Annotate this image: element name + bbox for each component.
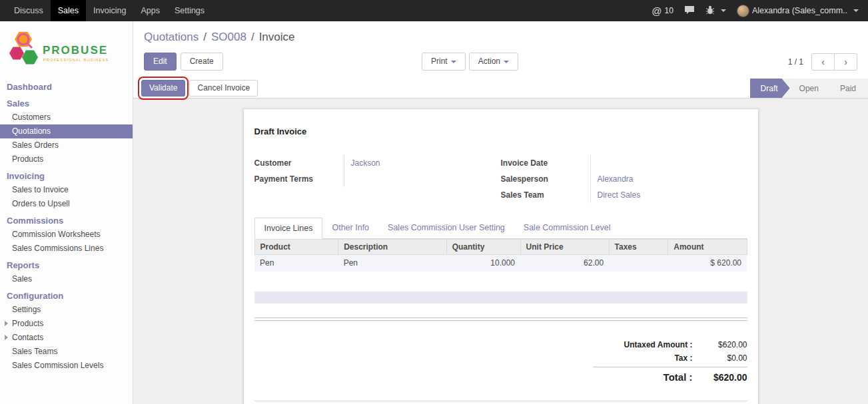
sidebar-item-config-products[interactable]: Products	[0, 317, 133, 331]
menu-invoicing[interactable]: Invoicing	[86, 0, 133, 21]
validate-button[interactable]: Validate	[141, 80, 185, 97]
breadcrumb-so008[interactable]: SO008	[211, 31, 246, 43]
sidebar-heading-dashboard[interactable]: Dashboard	[0, 77, 133, 94]
col-product[interactable]: Product	[254, 240, 338, 255]
activity-count: 10	[665, 6, 673, 15]
tab-sale-commission-level[interactable]: Sale Commission Level	[514, 218, 620, 238]
topbar: Discuss Sales Invoicing Apps Settings @ …	[0, 0, 868, 21]
status-pipeline: Draft Open Paid	[750, 79, 868, 98]
customer-value[interactable]: Jackson	[344, 155, 501, 171]
expand-caret-icon	[5, 335, 8, 340]
sidebar-item-customers[interactable]: Customers	[0, 110, 133, 124]
pager-previous-button[interactable]: ‹	[811, 53, 835, 71]
menu-sales[interactable]: Sales	[51, 0, 86, 21]
sidebar-item-sales-commissions-lines[interactable]: Sales Commissions Lines	[0, 242, 133, 256]
create-button[interactable]: Create	[181, 53, 223, 71]
tax-value: $0.00	[693, 353, 747, 363]
sidebar-heading-configuration[interactable]: Configuration	[0, 286, 133, 303]
salesperson-label: Salesperson	[501, 171, 590, 187]
cell-product[interactable]: Pen	[254, 255, 338, 272]
sidebar-item-sales-to-invoice[interactable]: Sales to Invoice	[0, 183, 133, 197]
sales-team-value[interactable]: Direct Sales	[590, 187, 747, 203]
content-area: Draft Invoice Customer Jackson Payment T…	[133, 99, 868, 404]
sidebar-item-sales-commission-levels[interactable]: Sales Commission Levels	[0, 359, 133, 373]
tax-label: Tax :	[674, 353, 692, 363]
logo-subtext: PROFESSIONAL BUSINESS	[43, 58, 109, 62]
action-label: Action	[478, 57, 500, 66]
table-row[interactable]: Pen Pen 10.000 62.00 $ 620.00	[254, 255, 747, 272]
sidebar-heading-invoicing[interactable]: Invoicing	[0, 166, 133, 183]
section-separator	[254, 317, 747, 321]
sidebar-item-quotations[interactable]: Quotations	[0, 124, 133, 138]
control-buttons-row: Edit Create Print Action 1 / 1 ‹ ›	[144, 47, 857, 79]
debug-menu[interactable]	[705, 5, 726, 17]
sidebar-item-config-contacts[interactable]: Contacts	[0, 331, 133, 345]
totals-block: Untaxed Amount : $620.00 Tax : $0.00 Tot…	[593, 338, 747, 385]
chevron-down-icon	[721, 9, 726, 12]
company-logo: PROBUSE PROFESSIONAL BUSINESS	[0, 21, 133, 77]
top-menu-bar: Discuss Sales Invoicing Apps Settings	[0, 0, 212, 21]
sidebar-heading-sales[interactable]: Sales	[0, 94, 133, 110]
breadcrumb-quotations[interactable]: Quotations	[144, 31, 199, 43]
pager-counter: 1 / 1	[788, 57, 803, 67]
tab-other-info[interactable]: Other Info	[322, 218, 378, 238]
invoice-lines-table: Product Description Quantity Unit Price …	[254, 239, 747, 272]
payment-terms-value[interactable]	[344, 171, 501, 187]
sidebar-heading-reports[interactable]: Reports	[0, 256, 133, 272]
sidebar-nav: Dashboard Sales Customers Quotations Sal…	[0, 77, 133, 373]
col-unit-price[interactable]: Unit Price	[520, 240, 609, 255]
salesperson-value[interactable]: Alexandra	[590, 171, 747, 187]
chevron-down-icon	[451, 61, 456, 63]
menu-discuss[interactable]: Discuss	[7, 0, 51, 21]
cell-quantity[interactable]: 10.000	[446, 255, 520, 272]
topbar-right: @ 10 Alexandra (Sales_comm..	[651, 0, 868, 21]
tab-invoice-lines[interactable]: Invoice Lines	[254, 218, 323, 239]
print-dropdown-button[interactable]: Print	[422, 53, 466, 71]
status-draft[interactable]: Draft	[750, 79, 790, 98]
total-separator	[593, 367, 747, 367]
activities-menu[interactable]: @ 10	[651, 5, 673, 17]
sidebar-item-commission-worksheets[interactable]: Commission Worksheets	[0, 228, 133, 242]
edit-button[interactable]: Edit	[144, 53, 177, 71]
sidebar-item-reports-sales[interactable]: Sales	[0, 272, 133, 286]
sidebar-item-sales-orders[interactable]: Sales Orders	[0, 138, 133, 152]
invoice-date-label: Invoice Date	[501, 155, 590, 171]
action-button-group: Print Action	[422, 53, 518, 71]
col-description[interactable]: Description	[338, 240, 447, 255]
cell-description[interactable]: Pen	[338, 255, 447, 272]
sidebar-item-sales-teams[interactable]: Sales Teams	[0, 345, 133, 359]
cancel-invoice-button[interactable]: Cancel Invoice	[189, 80, 258, 97]
menu-apps[interactable]: Apps	[133, 0, 167, 21]
payment-terms-label: Payment Terms	[254, 171, 344, 187]
cell-unit-price[interactable]: 62.00	[520, 255, 609, 272]
sidebar-item-orders-to-upsell[interactable]: Orders to Upsell	[0, 197, 133, 211]
breadcrumb: Quotations/SO008/Invoice	[144, 25, 857, 47]
cell-amount[interactable]: $ 620.00	[668, 255, 747, 272]
user-menu[interactable]: Alexandra (Sales_comm..	[737, 5, 859, 17]
table-header-row: Product Description Quantity Unit Price …	[254, 240, 747, 255]
sidebar-item-settings[interactable]: Settings	[0, 303, 133, 317]
menu-settings[interactable]: Settings	[167, 0, 212, 21]
invoice-sheet: Draft Invoice Customer Jackson Payment T…	[243, 108, 759, 404]
pager: 1 / 1 ‹ ›	[788, 53, 857, 71]
cell-taxes[interactable]	[609, 255, 668, 272]
messages-menu[interactable]	[684, 5, 695, 17]
untaxed-amount-row: Untaxed Amount : $620.00	[593, 338, 747, 351]
statusbar: Validate Cancel Invoice Draft Open Paid	[133, 79, 868, 99]
total-label: Total :	[663, 371, 693, 383]
invoice-date-value[interactable]	[590, 155, 747, 171]
tab-sales-commission-user-setting[interactable]: Sales Commission User Setting	[378, 218, 514, 238]
col-quantity[interactable]: Quantity	[446, 240, 520, 255]
sidebar-item-label: Contacts	[12, 333, 43, 342]
action-dropdown-button[interactable]: Action	[469, 53, 518, 71]
main-area: Quotations/SO008/Invoice Edit Create Pri…	[133, 21, 868, 404]
col-amount[interactable]: Amount	[668, 240, 747, 255]
col-taxes[interactable]: Taxes	[609, 240, 668, 255]
field-group-right: Invoice Date Salesperson Alexandra Sales…	[501, 155, 747, 203]
pager-next-button[interactable]: ›	[834, 53, 857, 71]
sidebar-item-label: Products	[12, 319, 43, 328]
sidebar-item-products[interactable]: Products	[0, 152, 133, 166]
sidebar-heading-commissions[interactable]: Commissions	[0, 211, 133, 228]
field-group: Customer Jackson Payment Terms Invoice D…	[254, 155, 747, 203]
untaxed-amount-value: $620.00	[693, 340, 747, 349]
